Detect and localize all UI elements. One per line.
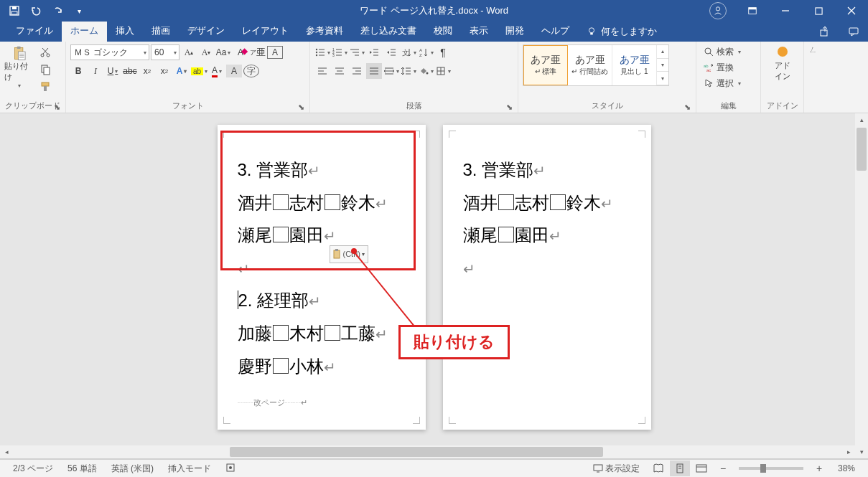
tab-review[interactable]: 校閲 [425, 21, 461, 42]
horizontal-scrollbar[interactable]: ◂ ▸ [0, 445, 855, 458]
show-marks-icon[interactable]: ¶ [435, 44, 451, 60]
ribbon-display-icon[interactable] [736, 0, 769, 22]
align-left-icon[interactable] [314, 63, 330, 79]
shrink-font-icon[interactable]: A▾ [198, 44, 214, 60]
clear-format-icon[interactable]: A◆ [233, 44, 248, 60]
vertical-scrollbar[interactable]: ▴ ▾ [855, 113, 868, 458]
account-icon[interactable] [703, 0, 736, 22]
select-button[interactable]: 選択▾ [701, 76, 744, 90]
scroll-up-icon[interactable]: ▴ [855, 113, 868, 126]
tab-design[interactable]: デザイン [179, 21, 233, 42]
page-2[interactable]: 3. 営業部↵ 酒井志村鈴木↵ 瀬尾園田↵ ↵ [443, 125, 651, 430]
font-size-select[interactable]: 60 [151, 44, 179, 60]
phonetic-guide-icon[interactable]: ア亜 [250, 44, 266, 60]
text-direction-icon[interactable]: 文 [401, 44, 416, 60]
align-center-icon[interactable] [332, 63, 347, 79]
style-normal[interactable]: あア亜↵ 標準 [523, 45, 568, 85]
save-icon[interactable] [4, 1, 24, 21]
sort-icon[interactable]: AZ [418, 44, 434, 60]
style-heading1[interactable]: あア亜見出し 1 [612, 45, 657, 85]
macro-recorder-icon[interactable] [218, 463, 243, 475]
char-border-icon[interactable]: A [267, 46, 283, 59]
bullets-icon[interactable] [314, 44, 330, 60]
paste-button[interactable]: 貼り付け ▾ [4, 44, 34, 89]
tell-me-search[interactable]: 何をしますか [578, 22, 666, 42]
tab-help[interactable]: ヘルプ [533, 21, 578, 42]
zoom-thumb[interactable] [760, 464, 766, 473]
status-page[interactable]: 2/3 ページ [6, 463, 60, 475]
replace-button[interactable]: abac置換 [701, 60, 744, 75]
share-button[interactable] [811, 22, 839, 42]
zoom-slider[interactable] [739, 467, 803, 470]
maximize-button[interactable] [802, 0, 835, 22]
font-launcher-icon[interactable]: ⬊ [297, 103, 305, 111]
enclose-char-icon[interactable]: 字 [243, 65, 259, 77]
font-name-select[interactable]: ＭＳ ゴシック [70, 44, 149, 60]
cut-icon[interactable] [37, 44, 53, 60]
bold-icon[interactable]: B [70, 63, 86, 79]
zoom-in-icon[interactable]: + [809, 461, 829, 476]
highlight-icon[interactable]: ab [191, 63, 207, 79]
copy-icon[interactable] [37, 62, 53, 77]
align-right-icon[interactable] [349, 63, 365, 79]
qat-customize-icon[interactable]: ▾ [69, 1, 89, 21]
status-words[interactable]: 56 単語 [60, 463, 104, 475]
hscroll-thumb[interactable] [230, 447, 603, 457]
page-1[interactable]: 3. 営業部↵ 酒井志村鈴木↵ 瀬尾園田↵ ↵ (Ctrl)▾ 2. 経理部↵ … [218, 125, 426, 430]
vscroll-thumb[interactable] [857, 128, 867, 171]
line-spacing-icon[interactable] [401, 63, 416, 79]
status-language[interactable]: 英語 (米国) [104, 463, 161, 475]
grow-font-icon[interactable]: A▴ [181, 44, 197, 60]
numbering-icon[interactable]: 123 [332, 44, 347, 60]
print-layout-icon[interactable] [670, 461, 690, 476]
scroll-down-icon[interactable]: ▾ [855, 445, 868, 458]
read-mode-icon[interactable] [648, 461, 668, 476]
tab-view[interactable]: 表示 [461, 21, 497, 42]
clipboard-launcher-icon[interactable]: ⬊ [52, 103, 61, 111]
distribute-icon[interactable] [383, 63, 399, 79]
font-color-icon[interactable]: A [209, 63, 225, 79]
web-layout-icon[interactable] [691, 461, 711, 476]
display-settings[interactable]: 表示設定 [586, 463, 647, 475]
status-insert-mode[interactable]: 挿入モード [161, 463, 218, 475]
minimize-button[interactable] [769, 0, 802, 22]
tab-references[interactable]: 参考資料 [297, 21, 352, 42]
tab-draw[interactable]: 描画 [143, 21, 179, 42]
underline-icon[interactable]: U [105, 63, 121, 79]
outdent-icon[interactable] [366, 44, 382, 60]
addin-button[interactable]: アド イン [765, 44, 799, 82]
zoom-level[interactable]: 38% [831, 463, 862, 473]
close-button[interactable] [835, 0, 868, 22]
tab-insert[interactable]: 挿入 [107, 21, 143, 42]
comments-button[interactable] [839, 22, 868, 42]
find-button[interactable]: 検索▾ [701, 44, 744, 59]
text-effects-icon[interactable]: A [174, 63, 190, 79]
char-shading-icon[interactable]: A [226, 65, 242, 77]
multilevel-icon[interactable] [349, 44, 365, 60]
italic-icon[interactable]: I [88, 63, 103, 79]
superscript-icon[interactable]: x2 [157, 63, 172, 79]
tab-home[interactable]: ホーム [62, 21, 107, 42]
change-case-icon[interactable]: Aa [215, 44, 231, 60]
styles-launcher-icon[interactable]: ⬊ [683, 103, 691, 111]
borders-icon[interactable] [435, 63, 451, 79]
undo-icon[interactable] [26, 1, 46, 21]
tab-file[interactable]: ファイル [7, 21, 62, 42]
collapse-ribbon-icon[interactable]: ㄥ [804, 42, 821, 113]
shading-icon[interactable] [418, 63, 434, 79]
styles-scroll[interactable]: ▴▾▾ [657, 45, 668, 85]
scroll-right-icon[interactable]: ▸ [842, 445, 855, 458]
style-no-spacing[interactable]: あア亜↵ 行間詰め [568, 45, 612, 85]
redo-icon[interactable] [47, 1, 67, 21]
subscript-icon[interactable]: x2 [139, 63, 155, 79]
styles-gallery[interactable]: あア亜↵ 標準 あア亜↵ 行間詰め あア亜見出し 1 ▴▾▾ [523, 44, 669, 86]
justify-icon[interactable] [366, 63, 382, 79]
paragraph-launcher-icon[interactable]: ⬊ [505, 103, 513, 111]
scroll-left-icon[interactable]: ◂ [0, 445, 13, 458]
tab-developer[interactable]: 開発 [497, 21, 533, 42]
indent-icon[interactable] [383, 44, 399, 60]
tab-mailings[interactable]: 差し込み文書 [352, 21, 425, 42]
format-painter-icon[interactable] [37, 79, 53, 95]
strike-icon[interactable]: abc [122, 63, 138, 79]
zoom-out-icon[interactable]: − [713, 461, 733, 476]
